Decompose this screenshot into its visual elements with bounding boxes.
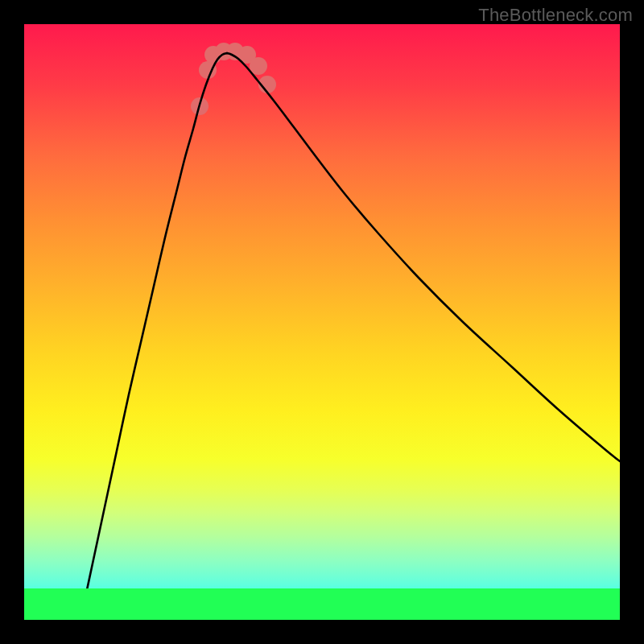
- marker-dots-group: [191, 43, 276, 115]
- curve-right: [227, 53, 620, 461]
- curve-layer: [24, 24, 620, 620]
- marker-dot: [215, 43, 233, 60]
- chart-frame: TheBottleneck.com: [0, 0, 644, 644]
- curve-left: [80, 53, 227, 620]
- marker-dot: [250, 57, 267, 75]
- marker-dot: [258, 76, 276, 93]
- marker-dot: [238, 46, 256, 64]
- marker-dot: [191, 97, 208, 115]
- plot-area: [24, 24, 620, 620]
- marker-dot: [199, 61, 217, 79]
- marker-dot: [204, 46, 222, 64]
- marker-dot: [226, 43, 244, 60]
- watermark-text: TheBottleneck.com: [478, 5, 633, 26]
